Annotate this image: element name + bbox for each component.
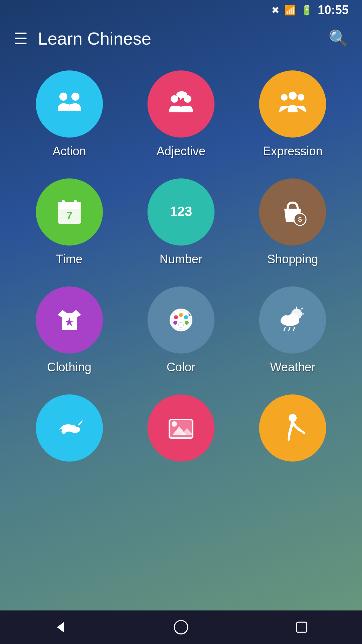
category-item-shopping[interactable]: $ Shopping (244, 178, 342, 266)
svg-point-4 (72, 104, 75, 107)
top-bar: ☰ Learn Chinese 🔍 (0, 20, 362, 57)
svg-rect-19 (74, 200, 77, 205)
svg-point-33 (178, 322, 184, 328)
svg-point-49 (172, 421, 177, 427)
weather-label: Weather (270, 360, 315, 374)
shopping-label: Shopping (267, 252, 318, 266)
svg-point-0 (59, 93, 67, 101)
svg-marker-8 (179, 97, 183, 100)
action-button[interactable] (36, 70, 103, 138)
svg-point-28 (174, 315, 178, 319)
svg-point-1 (71, 93, 79, 101)
svg-point-11 (298, 94, 304, 101)
home-button[interactable] (164, 610, 198, 644)
category-item-sport[interactable] (244, 394, 342, 468)
expression-button[interactable] (259, 70, 326, 138)
svg-line-43 (293, 327, 295, 331)
status-time: 10:55 (318, 3, 349, 17)
number-button[interactable]: 123 (147, 178, 215, 246)
svg-point-54 (174, 621, 188, 634)
svg-text:$: $ (298, 216, 302, 223)
svg-point-10 (289, 92, 297, 100)
svg-text:123: 123 (170, 204, 192, 219)
category-item-number[interactable]: 123 Number (132, 178, 230, 266)
svg-rect-18 (62, 200, 65, 205)
app-title: Learn Chinese (38, 29, 318, 49)
category-item-action[interactable]: Action (20, 70, 118, 158)
clothing-label: Clothing (47, 360, 92, 374)
number-label: Number (160, 252, 202, 266)
svg-point-31 (185, 321, 189, 325)
status-bar: ✖ 📶 🔋 10:55 (0, 0, 362, 20)
animal-button[interactable] (36, 394, 103, 462)
category-item-nature[interactable] (132, 394, 230, 468)
menu-icon[interactable]: ☰ (13, 29, 28, 48)
recent-button[interactable] (285, 610, 318, 644)
search-icon[interactable]: 🔍 (328, 29, 349, 48)
category-grid: Action Adjective (0, 57, 362, 482)
svg-point-29 (179, 313, 183, 317)
svg-point-44 (76, 425, 78, 427)
svg-line-42 (289, 327, 290, 331)
svg-marker-53 (57, 622, 64, 632)
svg-rect-55 (297, 622, 307, 632)
nav-bar (0, 610, 362, 644)
clothing-button[interactable] (36, 286, 103, 354)
action-label: Action (53, 144, 86, 158)
svg-line-52 (289, 435, 289, 440)
svg-line-51 (299, 430, 304, 433)
category-item-time[interactable]: 7 Time (20, 178, 118, 266)
svg-rect-15 (58, 202, 81, 209)
weather-button[interactable] (259, 286, 326, 354)
color-label: Color (167, 360, 195, 374)
svg-point-32 (173, 321, 177, 325)
category-item-adjective[interactable]: Adjective (132, 70, 230, 158)
svg-line-41 (284, 327, 285, 331)
svg-point-40 (288, 313, 299, 324)
adjective-button[interactable] (147, 70, 215, 138)
svg-point-3 (64, 104, 67, 107)
svg-point-30 (184, 315, 188, 319)
category-item-animal[interactable] (20, 394, 118, 468)
svg-point-9 (281, 94, 288, 101)
adjective-label: Adjective (157, 144, 205, 158)
shopping-button[interactable]: $ (259, 178, 326, 246)
category-item-weather[interactable]: Weather (244, 286, 342, 374)
category-item-expression[interactable]: Expression (244, 70, 342, 158)
color-button[interactable] (147, 286, 215, 354)
category-item-clothing[interactable]: Clothing (20, 286, 118, 374)
svg-text:7: 7 (66, 210, 72, 222)
category-item-color[interactable]: Color (132, 286, 230, 374)
nature-button[interactable] (147, 394, 215, 462)
battery-icon: 🔋 (301, 5, 313, 16)
time-button[interactable]: 7 (36, 178, 103, 246)
sport-button[interactable] (259, 394, 326, 462)
svg-point-5 (171, 95, 178, 103)
expression-label: Expression (263, 144, 322, 158)
svg-line-36 (301, 308, 303, 309)
notification-icon: ✖ (272, 5, 279, 16)
back-button[interactable] (44, 610, 77, 644)
signal-icon: 📶 (284, 5, 296, 16)
svg-point-7 (176, 91, 187, 98)
time-label: Time (56, 252, 82, 266)
